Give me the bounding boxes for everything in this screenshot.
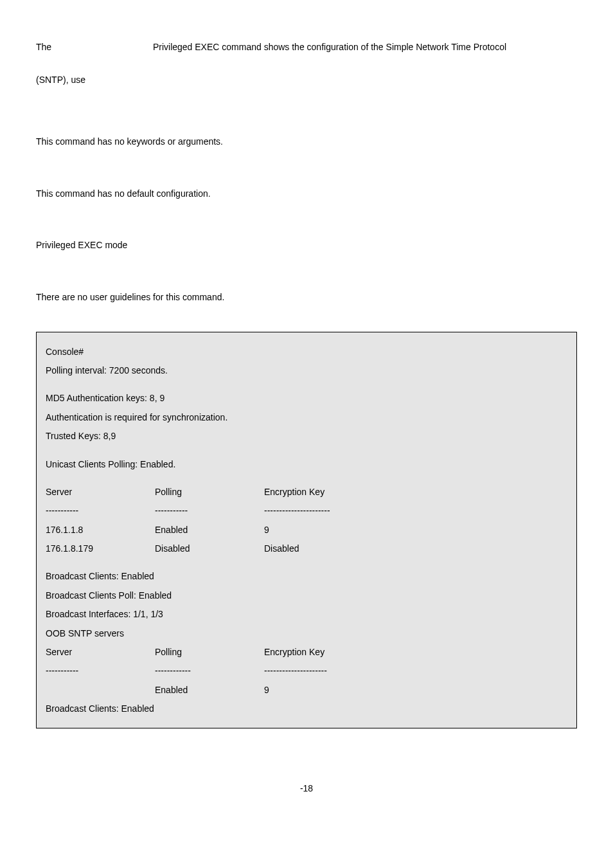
console-broadcast-poll: Broadcast Clients Poll: Enabled — [46, 586, 567, 605]
col-enckey: Encryption Key — [264, 643, 567, 662]
page-number: -18 — [36, 780, 577, 797]
sep-c3: --------------------- — [264, 662, 567, 680]
sep-c1: ----------- — [46, 662, 155, 680]
cell-polling: Enabled — [155, 681, 264, 700]
cell-server — [46, 681, 155, 700]
table-row: 176.1.1.8 Enabled 9 — [46, 521, 567, 539]
table2-header: Server Polling Encryption Key — [46, 643, 567, 662]
table-row: Enabled 9 — [46, 681, 567, 700]
intro-second-line: (SNTP), use — [36, 71, 577, 89]
console-oob: OOB SNTP servers — [46, 624, 567, 643]
intro-prefix: The — [36, 42, 51, 52]
console-polling-interval: Polling interval: 7200 seconds. — [46, 361, 567, 380]
mode-text: Privileged EXEC mode — [36, 237, 577, 254]
table1-header: Server Polling Encryption Key — [46, 483, 567, 502]
col-polling: Polling — [155, 483, 264, 502]
intro-paragraph: The Privileged EXEC command shows the co… — [36, 39, 577, 56]
console-output: Console# Polling interval: 7200 seconds.… — [36, 332, 577, 728]
cell-polling: Disabled — [155, 539, 264, 558]
console-broadcast-enabled-2: Broadcast Clients: Enabled — [46, 700, 567, 718]
table2-separator: ----------- ------------ ---------------… — [46, 662, 567, 680]
cell-polling: Enabled — [155, 521, 264, 539]
sep-c3: ---------------------- — [264, 502, 567, 520]
console-broadcast-enabled: Broadcast Clients: Enabled — [46, 567, 567, 586]
console-broadcast-interfaces: Broadcast Interfaces: 1/1, 1/3 — [46, 605, 567, 624]
cell-enckey: 9 — [264, 521, 567, 539]
col-enckey: Encryption Key — [264, 483, 567, 502]
console-trusted-keys: Trusted Keys: 8,9 — [46, 427, 567, 446]
cell-server: 176.1.8.179 — [46, 539, 155, 558]
sep-c2: ----------- — [155, 502, 264, 520]
sep-c1: ----------- — [46, 502, 155, 520]
table1-separator: ----------- ----------- ----------------… — [46, 502, 567, 520]
cell-server: 176.1.1.8 — [46, 521, 155, 539]
console-unicast: Unicast Clients Polling: Enabled. — [46, 455, 567, 474]
console-md5-keys: MD5 Authentication keys: 8, 9 — [46, 389, 567, 408]
cell-enckey: 9 — [264, 681, 567, 700]
page: The Privileged EXEC command shows the co… — [0, 0, 613, 822]
intro-rest: Privileged EXEC command shows the config… — [153, 42, 506, 52]
col-server: Server — [46, 483, 155, 502]
console-prompt: Console# — [46, 343, 567, 361]
default-text: This command has no default configuratio… — [36, 185, 577, 203]
col-server: Server — [46, 643, 155, 662]
col-polling: Polling — [155, 643, 264, 662]
cell-enckey: Disabled — [264, 539, 567, 558]
table-row: 176.1.8.179 Disabled Disabled — [46, 539, 567, 558]
sep-c2: ------------ — [155, 662, 264, 680]
console-auth-required: Authentication is required for synchroni… — [46, 408, 567, 427]
keywords-text: This command has no keywords or argument… — [36, 133, 577, 150]
guidelines-text: There are no user guidelines for this co… — [36, 289, 577, 306]
